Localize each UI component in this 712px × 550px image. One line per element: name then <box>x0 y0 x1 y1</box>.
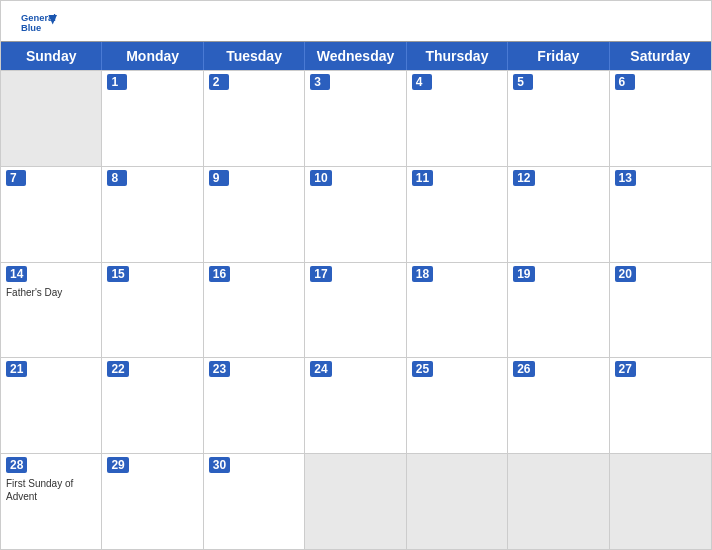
day-number: 27 <box>615 361 636 377</box>
day-number: 13 <box>615 170 636 186</box>
day-cell: 3 <box>305 71 406 166</box>
day-cell: 4 <box>407 71 508 166</box>
logo: General Blue <box>21 11 57 35</box>
day-cell: 14Father's Day <box>1 263 102 358</box>
day-number: 4 <box>412 74 432 90</box>
calendar-container: General Blue SundayMondayTuesdayWednesda… <box>0 0 712 550</box>
day-cell: 8 <box>102 167 203 262</box>
day-number: 1 <box>107 74 127 90</box>
day-cell: 6 <box>610 71 711 166</box>
day-header-wednesday: Wednesday <box>305 42 406 70</box>
day-cell: 9 <box>204 167 305 262</box>
day-cell: 27 <box>610 358 711 453</box>
day-number: 16 <box>209 266 230 282</box>
week-row-3: 14Father's Day151617181920 <box>1 262 711 358</box>
day-number: 3 <box>310 74 330 90</box>
day-cell <box>305 454 406 549</box>
day-cell: 26 <box>508 358 609 453</box>
day-cell: 1 <box>102 71 203 166</box>
day-number: 18 <box>412 266 433 282</box>
day-number: 8 <box>107 170 127 186</box>
week-row-4: 21222324252627 <box>1 357 711 453</box>
day-cell: 7 <box>1 167 102 262</box>
day-headers-row: SundayMondayTuesdayWednesdayThursdayFrid… <box>1 42 711 70</box>
day-cell: 2 <box>204 71 305 166</box>
day-number: 26 <box>513 361 534 377</box>
day-number: 21 <box>6 361 27 377</box>
day-number: 23 <box>209 361 230 377</box>
day-header-saturday: Saturday <box>610 42 711 70</box>
day-cell: 22 <box>102 358 203 453</box>
day-cell: 21 <box>1 358 102 453</box>
day-number: 28 <box>6 457 27 473</box>
day-number: 22 <box>107 361 128 377</box>
day-cell <box>508 454 609 549</box>
day-cell: 13 <box>610 167 711 262</box>
day-cell <box>610 454 711 549</box>
day-number: 30 <box>209 457 230 473</box>
day-number: 19 <box>513 266 534 282</box>
day-number: 11 <box>412 170 433 186</box>
week-row-5: 28First Sunday of Advent2930 <box>1 453 711 549</box>
day-cell: 24 <box>305 358 406 453</box>
day-cell <box>1 71 102 166</box>
day-number: 20 <box>615 266 636 282</box>
day-cell: 19 <box>508 263 609 358</box>
day-cell: 23 <box>204 358 305 453</box>
day-cell: 17 <box>305 263 406 358</box>
day-header-friday: Friday <box>508 42 609 70</box>
day-header-tuesday: Tuesday <box>204 42 305 70</box>
day-number: 7 <box>6 170 26 186</box>
day-number: 14 <box>6 266 27 282</box>
day-number: 6 <box>615 74 635 90</box>
week-row-2: 78910111213 <box>1 166 711 262</box>
day-cell: 5 <box>508 71 609 166</box>
day-number: 17 <box>310 266 331 282</box>
day-header-thursday: Thursday <box>407 42 508 70</box>
holiday-text: Father's Day <box>6 286 96 299</box>
day-cell: 18 <box>407 263 508 358</box>
day-cell: 20 <box>610 263 711 358</box>
day-number: 29 <box>107 457 128 473</box>
calendar-header: General Blue <box>1 1 711 41</box>
day-cell: 30 <box>204 454 305 549</box>
day-cell: 11 <box>407 167 508 262</box>
day-number: 2 <box>209 74 229 90</box>
day-cell: 15 <box>102 263 203 358</box>
day-number: 15 <box>107 266 128 282</box>
calendar-grid: SundayMondayTuesdayWednesdayThursdayFrid… <box>1 41 711 549</box>
day-number: 9 <box>209 170 229 186</box>
day-number: 25 <box>412 361 433 377</box>
day-number: 5 <box>513 74 533 90</box>
svg-text:Blue: Blue <box>21 23 41 33</box>
weeks-container: 1234567891011121314Father's Day151617181… <box>1 70 711 549</box>
day-header-sunday: Sunday <box>1 42 102 70</box>
day-cell: 10 <box>305 167 406 262</box>
logo-icon: General Blue <box>21 11 57 35</box>
day-cell: 12 <box>508 167 609 262</box>
holiday-text: First Sunday of Advent <box>6 477 96 503</box>
day-cell: 16 <box>204 263 305 358</box>
day-number: 12 <box>513 170 534 186</box>
day-number: 10 <box>310 170 331 186</box>
day-number: 24 <box>310 361 331 377</box>
week-row-1: 123456 <box>1 70 711 166</box>
day-cell <box>407 454 508 549</box>
day-cell: 29 <box>102 454 203 549</box>
day-cell: 25 <box>407 358 508 453</box>
day-header-monday: Monday <box>102 42 203 70</box>
day-cell: 28First Sunday of Advent <box>1 454 102 549</box>
